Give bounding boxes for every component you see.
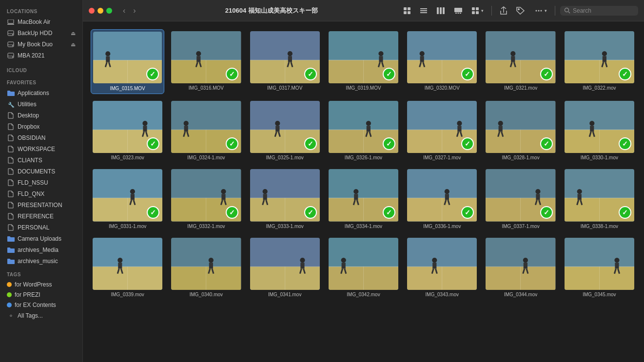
sidebar-item-obsidian[interactable]: OBSIDIAN xyxy=(2,133,80,143)
file-item-img0330[interactable]: ✓IMG_0330-1.mov xyxy=(563,99,636,162)
file-label: IMG_0322.mov xyxy=(565,85,634,91)
sidebar-item-cliants[interactable]: CLIANTS xyxy=(2,155,80,166)
svg-point-88 xyxy=(602,51,606,56)
file-label: IMG_0319.MOV xyxy=(329,85,398,91)
svg-point-80 xyxy=(511,51,516,56)
file-label: IMG_0316.MOV xyxy=(171,85,241,91)
svg-rect-193 xyxy=(536,194,540,200)
file-item-img0327[interactable]: ✓IMG_0327-1.mov xyxy=(405,99,479,162)
sidebar-item-applications[interactable]: Applications xyxy=(2,88,80,98)
file-item-img0322[interactable]: ✓IMG_0322.mov xyxy=(563,29,636,94)
svg-point-120 xyxy=(366,121,371,126)
thumbnail-wrap: ✓ xyxy=(171,101,241,153)
file-item-img0336[interactable]: ✓IMG_0336-1.mov xyxy=(405,167,479,230)
thumbnail-wrap xyxy=(250,238,320,290)
file-item-img0344[interactable]: IMG_0344.mov xyxy=(484,236,557,299)
svg-point-7 xyxy=(12,45,13,46)
svg-rect-21 xyxy=(443,7,445,14)
forward-button[interactable]: › xyxy=(130,5,138,16)
thumbnail-wrap: ✓ xyxy=(250,31,320,83)
group-view-button[interactable]: ▾ xyxy=(468,5,487,16)
sidebar-item-fld-nssu[interactable]: FLD_NSSU xyxy=(2,177,80,188)
close-button[interactable] xyxy=(89,8,95,14)
file-item-img0323[interactable]: ✓IMG_0323.mov xyxy=(91,99,164,162)
sidebar-item-tag-prezi[interactable]: for PREZI xyxy=(2,290,80,300)
sidebar-item-documents[interactable]: DOCUMENTS xyxy=(2,166,80,177)
file-item-img0339b[interactable]: IMG_0340.mov xyxy=(169,236,243,299)
sidebar-item-reference[interactable]: REFERENCE xyxy=(2,211,80,222)
more-options-button[interactable]: ▾ xyxy=(531,5,550,16)
sidebar-item-workspace[interactable]: WORKSPACE xyxy=(2,144,80,154)
macbook-icon xyxy=(7,18,15,26)
file-item-img0334[interactable]: ✓IMG_0334-1.mov xyxy=(327,167,400,230)
minimize-button[interactable] xyxy=(98,8,103,14)
sidebar-item-label: DOCUMENTS xyxy=(18,168,55,175)
svg-point-4 xyxy=(12,34,13,35)
file-grid: ✓IMG_0315.MOV✓IMG_0316.MOV✓IMG_0317.MOV✓… xyxy=(83,21,644,362)
file-item-img0342[interactable]: IMG_0342.mov xyxy=(327,236,400,299)
sidebar-item-utilities[interactable]: 🔧 Utilities xyxy=(2,99,80,110)
sidebar-item-dropbox[interactable]: Dropbox xyxy=(2,121,80,132)
file-item-img0328[interactable]: ✓IMG_0328-1.mov xyxy=(484,99,557,162)
sidebar-item-mba-2021[interactable]: MBA 2021 xyxy=(2,50,80,61)
file-item-img0331[interactable]: ✓IMG_0331-1.mov xyxy=(91,167,164,230)
svg-rect-24 xyxy=(458,13,459,14)
gallery-view-button[interactable] xyxy=(451,6,466,16)
file-item-img0316[interactable]: ✓IMG_0316.MOV xyxy=(169,29,243,94)
sidebar-item-tag-ex-contents[interactable]: for EX Contents xyxy=(2,300,80,310)
file-item-img0320[interactable]: ✓IMG_0320.MOV xyxy=(405,29,479,94)
sidebar-item-my-book-duo[interactable]: My Book Duo ⏏ xyxy=(2,39,80,50)
file-item-img0319[interactable]: ✓IMG_0319.MOV xyxy=(327,29,400,94)
sidebar-item-archives-media[interactable]: archives_Media xyxy=(2,245,80,255)
file-item-img0321[interactable]: ✓IMG_0321.mov xyxy=(484,29,557,94)
svg-rect-16 xyxy=(420,8,427,9)
file-item-img0339a[interactable]: IMG_0339.mov xyxy=(91,236,164,299)
thumbnail-image xyxy=(93,238,162,290)
share-button[interactable] xyxy=(497,5,510,17)
sidebar-item-desktop[interactable]: Desktop xyxy=(2,110,80,121)
icon-view-button[interactable] xyxy=(400,5,414,16)
sidebar-item-label: BackUp HDD xyxy=(18,30,52,37)
search-box[interactable] xyxy=(560,6,638,16)
maximize-button[interactable] xyxy=(106,8,112,14)
file-item-img0345[interactable]: IMG_0345.mov xyxy=(563,236,636,299)
sidebar-item-camera-uploads[interactable]: Camera Uploads xyxy=(2,233,80,244)
check-badge: ✓ xyxy=(619,206,631,219)
file-label: IMG_0340.mov xyxy=(171,292,241,297)
file-item-img0338[interactable]: ✓IMG_0338-1.mov xyxy=(563,167,636,230)
sidebar-item-personal[interactable]: PERSONAL xyxy=(2,222,80,233)
file-item-img0317[interactable]: ✓IMG_0317.MOV xyxy=(248,29,322,94)
svg-rect-105 xyxy=(184,126,188,132)
file-item-img0325[interactable]: ✓IMG_0325-1.mov xyxy=(248,99,322,162)
sidebar-item-fld-qnx[interactable]: FLD_QNX xyxy=(2,189,80,199)
file-item-img0343[interactable]: IMG_0343.mov xyxy=(405,236,479,299)
search-input[interactable] xyxy=(573,7,631,14)
sidebar-item-backup-hdd[interactable]: BackUp HDD ⏏ xyxy=(2,28,80,38)
file-item-img0332[interactable]: ✓IMG_0332-1.mov xyxy=(169,167,243,230)
sidebar-item-all-tags[interactable]: ⚬ All Tags... xyxy=(2,310,80,321)
sidebar-item-archives-music[interactable]: archives_music xyxy=(2,256,80,267)
svg-point-192 xyxy=(536,189,541,194)
file-item-img0341[interactable]: IMG_0341.mov xyxy=(248,236,322,299)
file-item-img0333[interactable]: ✓IMG_0333-1.mov xyxy=(248,167,322,230)
more-icon xyxy=(534,7,544,15)
file-item-img0326[interactable]: ✓IMG_0326-1.mov xyxy=(327,99,400,162)
svg-rect-13 xyxy=(408,7,410,10)
column-view-button[interactable] xyxy=(433,5,448,16)
file-item-img0337[interactable]: ✓IMG_0337-1.mov xyxy=(484,167,557,230)
file-item-img0324[interactable]: ✓IMG_0324-1.mov xyxy=(169,99,243,162)
check-badge: ✓ xyxy=(226,137,238,150)
list-view-icon xyxy=(420,7,428,15)
sidebar-item-presentation[interactable]: PRESENTATION xyxy=(2,200,80,210)
sidebar-item-tag-wordpress[interactable]: for WordPress xyxy=(2,280,80,289)
file-label: IMG_0320.MOV xyxy=(407,85,477,91)
list-view-button[interactable] xyxy=(417,5,430,16)
thumbnail-wrap: ✓ xyxy=(486,31,555,83)
toolbar-divider2 xyxy=(555,6,555,16)
tag-button[interactable] xyxy=(513,5,528,16)
gallery-view-icon xyxy=(454,7,463,14)
file-item-img0315[interactable]: ✓IMG_0315.MOV xyxy=(91,29,164,94)
sidebar-item-macbook-air[interactable]: MacBook Air xyxy=(2,17,80,27)
svg-rect-25 xyxy=(460,13,461,14)
back-button[interactable]: ‹ xyxy=(120,5,128,16)
